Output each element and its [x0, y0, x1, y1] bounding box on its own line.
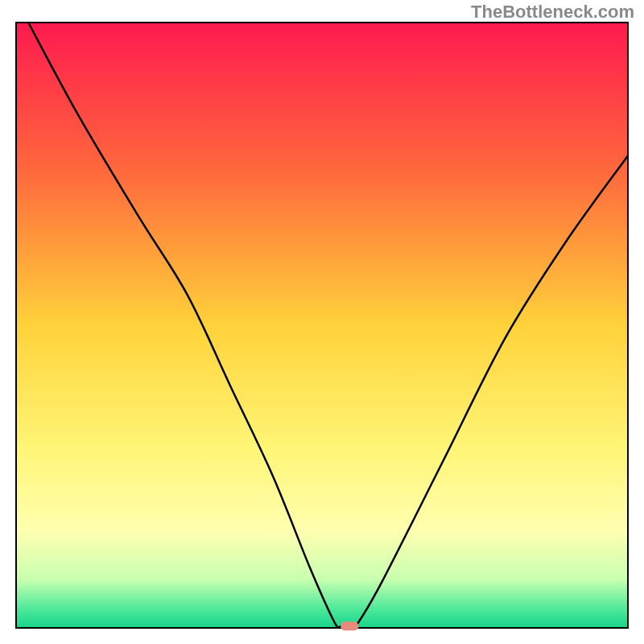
bottleneck-chart	[0, 0, 644, 644]
optimal-marker	[341, 621, 358, 630]
watermark-text: TheBottleneck.com	[471, 2, 634, 23]
chart-container: TheBottleneck.com	[0, 0, 644, 644]
plot-background	[16, 23, 628, 628]
